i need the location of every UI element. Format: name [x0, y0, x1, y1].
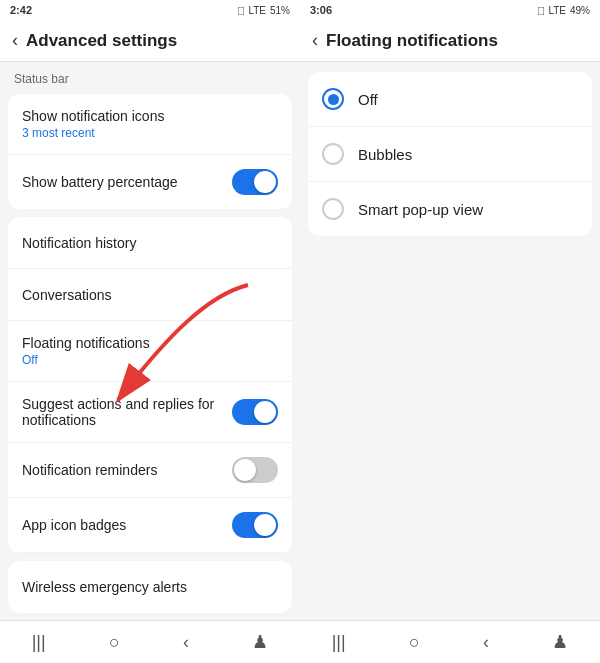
radio-smart-popup-circle[interactable]: [322, 198, 344, 220]
left-page-title: Advanced settings: [26, 31, 177, 51]
right-nav-home[interactable]: ○: [409, 632, 420, 653]
section-status-bar-label: Status bar: [0, 62, 300, 90]
left-card-3: Wireless emergency alerts: [8, 561, 292, 613]
app-icon-badges-item[interactable]: App icon badges: [8, 498, 292, 553]
show-notification-icons-subtitle: 3 most recent: [22, 126, 278, 140]
left-back-button[interactable]: ‹: [12, 30, 18, 51]
right-nav-bixby[interactable]: ♟: [552, 631, 568, 653]
floating-notifications-options: Off Bubbles Smart pop-up view: [308, 72, 592, 236]
right-battery-icon: 49%: [570, 5, 590, 16]
notification-reminders-title: Notification reminders: [22, 462, 232, 478]
wireless-emergency-item[interactable]: Wireless emergency alerts: [8, 561, 292, 613]
left-nav-bar: ||| ○ ‹ ♟: [0, 620, 300, 663]
floating-notifications-title: Floating notifications: [22, 335, 278, 351]
toggle-thumb-3: [234, 459, 256, 481]
right-time: 3:06: [310, 4, 332, 16]
toggle-thumb-4: [254, 514, 276, 536]
left-card-2: Notification history Conversations Float…: [8, 217, 292, 553]
left-top-bar: ‹ Advanced settings: [0, 20, 300, 62]
radio-off-inner: [328, 94, 339, 105]
left-panel: 2:42 ⎕ LTE 51% ‹ Advanced settings Statu…: [0, 0, 300, 663]
show-notification-icons-title: Show notification icons: [22, 108, 278, 124]
right-status-icons: ⎕ LTE 49%: [538, 5, 590, 16]
left-card-1: Show notification icons 3 most recent Sh…: [8, 94, 292, 209]
right-panel: 3:06 ⎕ LTE 49% ‹ Floating notifications …: [300, 0, 600, 663]
toggle-thumb: [254, 171, 276, 193]
right-page-title: Floating notifications: [326, 31, 498, 51]
show-battery-percentage-title: Show battery percentage: [22, 174, 232, 190]
suggest-actions-item[interactable]: Suggest actions and replies for notifica…: [8, 382, 292, 443]
right-top-bar: ‹ Floating notifications: [300, 20, 600, 62]
bluetooth-icon: ⎕: [238, 5, 244, 16]
app-icon-badges-title: App icon badges: [22, 517, 232, 533]
option-off-label: Off: [358, 91, 378, 108]
signal-icon: LTE: [248, 5, 266, 16]
notification-reminders-toggle[interactable]: [232, 457, 278, 483]
right-status-bar: 3:06 ⎕ LTE 49%: [300, 0, 600, 20]
floating-notifications-item[interactable]: Floating notifications Off: [8, 321, 292, 382]
toggle-thumb-2: [254, 401, 276, 423]
left-nav-back[interactable]: ‹: [183, 632, 189, 653]
left-nav-bixby[interactable]: ♟: [252, 631, 268, 653]
notification-history-item[interactable]: Notification history: [8, 217, 292, 269]
app-icon-badges-toggle[interactable]: [232, 512, 278, 538]
option-off[interactable]: Off: [308, 72, 592, 127]
show-notification-icons-item[interactable]: Show notification icons 3 most recent: [8, 94, 292, 155]
notification-history-title: Notification history: [22, 235, 278, 251]
option-smart-popup[interactable]: Smart pop-up view: [308, 182, 592, 236]
left-nav-recents[interactable]: |||: [32, 632, 46, 653]
option-smart-popup-label: Smart pop-up view: [358, 201, 483, 218]
left-status-icons: ⎕ LTE 51%: [238, 5, 290, 16]
suggest-actions-title: Suggest actions and replies for notifica…: [22, 396, 232, 428]
notification-reminders-item[interactable]: Notification reminders: [8, 443, 292, 498]
option-bubbles-label: Bubbles: [358, 146, 412, 163]
left-time: 2:42: [10, 4, 32, 16]
radio-off-circle[interactable]: [322, 88, 344, 110]
show-battery-toggle[interactable]: [232, 169, 278, 195]
left-nav-home[interactable]: ○: [109, 632, 120, 653]
right-signal-icon: LTE: [548, 5, 566, 16]
conversations-title: Conversations: [22, 287, 278, 303]
right-nav-back[interactable]: ‹: [483, 632, 489, 653]
suggest-actions-toggle[interactable]: [232, 399, 278, 425]
floating-notifications-subtitle: Off: [22, 353, 278, 367]
right-back-button[interactable]: ‹: [312, 30, 318, 51]
right-nav-recents[interactable]: |||: [332, 632, 346, 653]
right-bluetooth-icon: ⎕: [538, 5, 544, 16]
battery-icon: 51%: [270, 5, 290, 16]
wireless-emergency-title: Wireless emergency alerts: [22, 579, 278, 595]
show-battery-percentage-item[interactable]: Show battery percentage: [8, 155, 292, 209]
left-status-bar: 2:42 ⎕ LTE 51%: [0, 0, 300, 20]
radio-bubbles-circle[interactable]: [322, 143, 344, 165]
conversations-item[interactable]: Conversations: [8, 269, 292, 321]
right-nav-bar: ||| ○ ‹ ♟: [300, 620, 600, 663]
option-bubbles[interactable]: Bubbles: [308, 127, 592, 182]
